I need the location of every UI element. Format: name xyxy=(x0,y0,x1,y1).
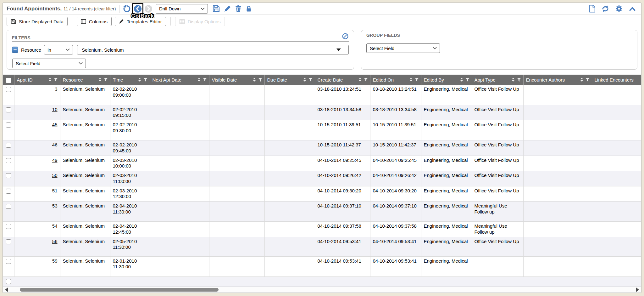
cell-appt_type: Office Visit Follow Up xyxy=(472,186,523,202)
scrollbar-thumb[interactable] xyxy=(20,288,219,292)
table-header-row: Appt IDResourceTimeNext Apt DateVisible … xyxy=(3,75,641,85)
add-filter-field-select[interactable]: Select Field xyxy=(12,59,86,68)
sort-icon[interactable] xyxy=(197,78,201,82)
row-checkbox[interactable] xyxy=(6,158,11,163)
sort-icon[interactable] xyxy=(138,78,141,82)
column-header-next_apt_date[interactable]: Next Apt Date xyxy=(150,75,209,85)
go-back-button[interactable] xyxy=(134,5,142,13)
filter-funnel-icon[interactable] xyxy=(517,78,521,82)
filter-funnel-icon[interactable] xyxy=(104,78,108,82)
column-header-id[interactable]: Appt ID xyxy=(14,75,60,85)
filter-funnel-icon[interactable] xyxy=(143,78,147,82)
cell-due_date xyxy=(264,186,315,202)
row-checkbox[interactable] xyxy=(6,259,11,264)
filter-operator-select[interactable]: in xyxy=(44,45,73,54)
column-header-linked_encounters[interactable]: Linked Encounters xyxy=(592,75,641,85)
appt-id-link[interactable]: 45 xyxy=(52,122,58,127)
remove-filter-button[interactable] xyxy=(12,47,18,53)
columns-button-label: Columns xyxy=(89,19,108,24)
row-checkbox[interactable] xyxy=(6,204,11,209)
appt-id-link[interactable]: 59 xyxy=(52,258,58,264)
collapse-button[interactable] xyxy=(629,5,636,13)
appt-id-link[interactable]: 49 xyxy=(52,157,58,163)
scroll-right-arrow[interactable] xyxy=(636,287,639,292)
store-displayed-data-button[interactable]: Store Displayed Data xyxy=(7,17,68,26)
column-header-edited_on[interactable]: Edited On xyxy=(370,75,421,85)
appt-id-link[interactable]: 3 xyxy=(55,86,57,92)
cell-next_apt_date xyxy=(150,186,209,202)
column-header-create_date[interactable]: Create Date xyxy=(315,75,370,85)
row-checkbox[interactable] xyxy=(6,143,11,148)
column-header-edited_by[interactable]: Edited By xyxy=(421,75,472,85)
sort-icon[interactable] xyxy=(358,78,362,82)
refresh-button[interactable] xyxy=(601,5,609,13)
filter-funnel-icon[interactable] xyxy=(54,78,58,82)
cell-edited_on: 04-10-2014 09:37:10 xyxy=(370,202,421,222)
filter-funnel-icon[interactable] xyxy=(364,78,368,82)
row-checkbox[interactable] xyxy=(6,279,11,284)
new-document-button[interactable] xyxy=(589,5,596,13)
column-header-visible_date[interactable]: Visible Date xyxy=(209,75,264,85)
sort-icon[interactable] xyxy=(253,78,256,82)
row-checkbox[interactable] xyxy=(6,87,11,92)
scroll-left-arrow[interactable] xyxy=(5,287,8,292)
column-header-resource[interactable]: Resource xyxy=(60,75,110,85)
save-template-button[interactable] xyxy=(213,5,220,12)
filter-funnel-icon[interactable] xyxy=(465,78,469,82)
row-checkbox[interactable] xyxy=(6,189,11,194)
cell-due_date xyxy=(264,171,315,186)
column-header-appt_type[interactable]: Appt Type xyxy=(472,75,523,85)
sort-icon[interactable] xyxy=(409,78,413,82)
sort-icon[interactable] xyxy=(48,78,52,82)
column-header-encounter_authors[interactable]: Encounter Authors xyxy=(523,75,592,85)
scrollbar-track[interactable] xyxy=(8,287,636,293)
table-row: 59Selenium, Selenium02-01-2010 11:30:000… xyxy=(3,256,641,276)
select-all-header[interactable] xyxy=(3,75,14,85)
row-checkbox[interactable] xyxy=(6,122,11,128)
column-header-time[interactable]: Time xyxy=(110,75,150,85)
row-checkbox[interactable] xyxy=(6,239,11,244)
sort-icon[interactable] xyxy=(303,78,306,82)
filter-value-dropdown[interactable]: Selenium, Selenium xyxy=(77,45,349,54)
template-select[interactable]: Drill Down xyxy=(156,4,208,14)
delete-template-button[interactable] xyxy=(235,5,242,12)
sort-icon[interactable] xyxy=(460,78,463,82)
appt-id-link[interactable]: 54 xyxy=(52,223,58,229)
go-forward-button[interactable] xyxy=(144,5,153,13)
settings-button[interactable] xyxy=(615,5,623,13)
sort-icon[interactable] xyxy=(512,78,515,82)
clear-filter-link[interactable]: (clear filter) xyxy=(94,6,116,11)
row-checkbox[interactable] xyxy=(6,107,11,112)
appt-id-link[interactable]: 46 xyxy=(52,142,58,147)
appt-id-link[interactable]: 51 xyxy=(52,188,58,193)
appt-id-link[interactable]: 50 xyxy=(52,173,58,178)
cell-checkbox xyxy=(3,120,14,140)
clear-filters-icon xyxy=(342,33,349,40)
undo-button[interactable] xyxy=(123,4,131,13)
clear-filters-button[interactable] xyxy=(342,33,349,40)
row-checkbox[interactable] xyxy=(6,224,11,229)
edit-template-button[interactable] xyxy=(224,5,231,12)
cell-time: 02-02-2010 09:00:00 xyxy=(110,85,150,105)
columns-button[interactable]: Columns xyxy=(77,17,112,26)
filter-funnel-icon[interactable] xyxy=(586,78,590,82)
filter-funnel-icon[interactable] xyxy=(258,78,262,82)
cell-due_date xyxy=(264,156,315,171)
row-checkbox[interactable] xyxy=(6,173,11,178)
cell-id: 50 xyxy=(14,171,60,186)
filter-funnel-icon[interactable] xyxy=(308,78,313,82)
sort-icon[interactable] xyxy=(580,78,583,82)
appt-id-link[interactable]: 53 xyxy=(52,203,58,208)
cell-checkbox xyxy=(3,256,14,276)
column-label: Resource xyxy=(63,77,83,83)
lock-template-button[interactable] xyxy=(246,5,252,12)
filter-funnel-icon[interactable] xyxy=(203,78,207,82)
appt-id-link[interactable]: 56 xyxy=(52,239,58,244)
cell-time: 02-04-2010 11:30:00 xyxy=(110,202,150,222)
sort-icon[interactable] xyxy=(98,78,102,82)
filter-funnel-icon[interactable] xyxy=(415,78,419,82)
appt-id-link[interactable]: 10 xyxy=(52,107,58,112)
group-field-select[interactable]: Select Field xyxy=(366,43,440,53)
select-all-checkbox[interactable] xyxy=(6,78,11,83)
column-header-due_date[interactable]: Due Date xyxy=(264,75,315,85)
